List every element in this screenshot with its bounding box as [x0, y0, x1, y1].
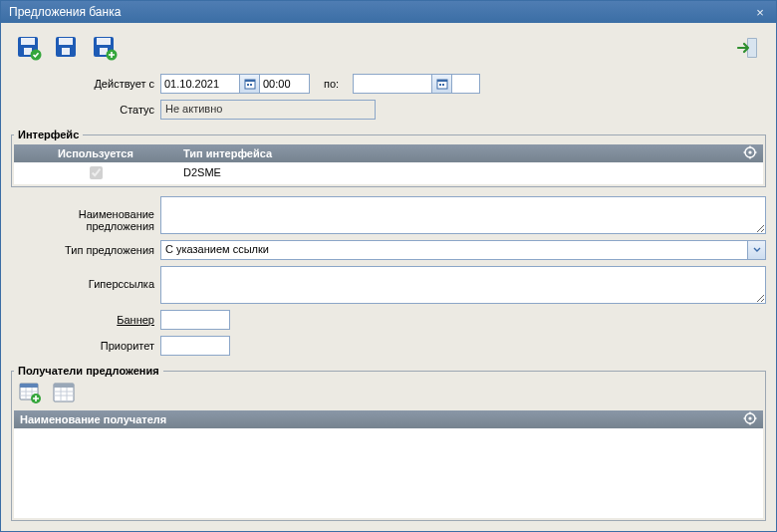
hyperlink-label: Гиперссылка [11, 266, 160, 290]
recipients-list-button[interactable] [52, 381, 76, 404]
col-header-type[interactable]: Тип интерфейса [177, 147, 763, 159]
svg-rect-20 [442, 84, 444, 86]
svg-rect-35 [54, 384, 74, 388]
content: Действует с по: Статус Не активно Интерф… [1, 67, 776, 531]
to-label: по: [310, 78, 353, 90]
chevron-down-icon[interactable] [747, 241, 765, 259]
valid-from-date-input[interactable] [160, 74, 240, 94]
table-row[interactable]: D2SME [14, 162, 763, 182]
window-root: Предложения банка × [0, 0, 777, 532]
row-used-cell [14, 163, 177, 182]
recipients-fieldset: Получатели предложения [11, 365, 766, 521]
svg-rect-19 [439, 84, 441, 86]
svg-rect-12 [748, 39, 756, 57]
status-value: Не активно [160, 100, 376, 120]
valid-to-date-picker-icon[interactable] [432, 74, 452, 94]
hyperlink-input[interactable] [160, 266, 766, 304]
recipients-toolbar [14, 379, 763, 410]
interface-fieldset: Интерфейс Используется Тип интерфейса D2… [11, 129, 766, 187]
interface-grid-header: Используется Тип интерфейса [14, 144, 763, 162]
titlebar: Предложения банка × [1, 1, 776, 23]
row-offer-type: Тип предложения С указанием ссылки [11, 240, 766, 260]
row-status: Статус Не активно [11, 100, 766, 120]
svg-point-41 [748, 416, 751, 419]
valid-from-time-input[interactable] [260, 74, 310, 94]
exit-button[interactable] [734, 34, 762, 62]
gear-icon[interactable] [743, 145, 759, 161]
row-type-cell: D2SME [177, 166, 763, 178]
row-priority: Приоритет [11, 336, 766, 356]
save-button[interactable] [53, 34, 81, 62]
valid-from-label: Действует с [11, 78, 160, 90]
interface-grid-body: D2SME [14, 162, 763, 184]
used-checkbox [90, 166, 103, 179]
recipients-grid-body [14, 428, 763, 518]
priority-label: Приоритет [11, 340, 160, 352]
interface-legend: Интерфейс [14, 129, 83, 140]
window-title: Предложения банка [9, 5, 752, 19]
close-icon[interactable]: × [752, 5, 768, 20]
recipients-grid: Наименование получателя [14, 410, 763, 518]
valid-to-time-input[interactable] [452, 74, 480, 94]
valid-to-date-input[interactable] [353, 74, 432, 94]
recipients-grid-header: Наименование получателя [14, 410, 763, 428]
col-header-used[interactable]: Используется [14, 147, 177, 159]
row-banner: Баннер [11, 310, 766, 330]
valid-from-date-picker-icon[interactable] [240, 74, 260, 94]
svg-rect-16 [250, 84, 252, 86]
offer-name-label: Наименование предложения [11, 196, 160, 232]
row-valid-period: Действует с по: [11, 74, 766, 94]
status-label: Статус [11, 104, 160, 116]
priority-input[interactable] [160, 336, 230, 356]
row-hyperlink: Гиперссылка [11, 266, 766, 304]
offer-type-label: Тип предложения [11, 244, 160, 256]
svg-rect-6 [62, 48, 70, 55]
svg-rect-14 [245, 80, 255, 82]
col-header-recipient-name[interactable]: Наименование получателя [14, 413, 763, 425]
svg-rect-8 [97, 38, 111, 45]
svg-rect-28 [20, 384, 38, 388]
banner-label[interactable]: Баннер [11, 314, 160, 326]
row-offer-name: Наименование предложения [11, 196, 766, 234]
add-recipient-button[interactable] [18, 381, 42, 404]
svg-rect-18 [437, 80, 447, 82]
toolbar [1, 23, 776, 67]
svg-point-22 [748, 150, 751, 153]
save-apply-button[interactable] [15, 34, 43, 62]
offer-name-input[interactable] [160, 196, 766, 234]
offer-type-value: С указанием ссылки [161, 241, 747, 259]
svg-rect-5 [59, 38, 73, 45]
offer-type-select[interactable]: С указанием ссылки [160, 240, 766, 260]
recipients-legend: Получатели предложения [14, 365, 163, 377]
svg-rect-15 [247, 84, 249, 86]
svg-rect-1 [21, 38, 35, 45]
save-new-button[interactable] [91, 34, 119, 62]
banner-input[interactable] [160, 310, 230, 330]
gear-icon[interactable] [743, 411, 759, 427]
